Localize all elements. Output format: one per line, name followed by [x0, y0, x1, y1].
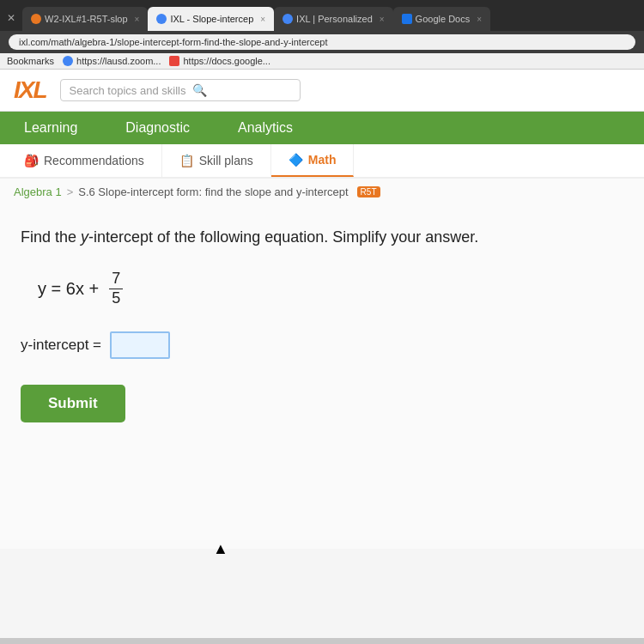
sub-nav: 🎒 Recommendations 📋 Skill plans 🔷 Math	[0, 144, 644, 179]
tab-1[interactable]: W2-IXL#1-R5T-slop ×	[22, 7, 148, 31]
subnav-math-label: Math	[308, 153, 337, 167]
tab-3[interactable]: IXL | Personalized ×	[274, 7, 393, 31]
cursor-arrow: ▲	[213, 540, 228, 558]
question-italic: y	[81, 228, 88, 246]
math-icon: 🔷	[289, 153, 303, 167]
url-input[interactable]: ixl.com/math/algebra-1/slope-intercept-f…	[9, 34, 635, 50]
question-prefix: Find the	[21, 228, 81, 246]
subnav-recommendations-label: Recommendations	[44, 154, 144, 167]
ixl-header: IXL Search topics and skills 🔍	[0, 70, 644, 112]
nav-analytics-label: Analytics	[238, 120, 293, 135]
answer-row: y-intercept =	[21, 331, 623, 359]
close-window-button[interactable]: ✕	[0, 9, 22, 27]
submit-button[interactable]: Submit	[21, 385, 125, 422]
answer-label: y-intercept =	[21, 337, 101, 354]
tab4-label: Google Docs	[416, 14, 471, 24]
url-text: ixl.com/math/algebra-1/slope-intercept-f…	[19, 37, 327, 47]
recommendations-icon: 🎒	[24, 154, 39, 167]
equation-lhs: y = 6x +	[38, 279, 99, 299]
breadcrumb-skill: S.6 Slope-intercept form: find the slope…	[78, 185, 348, 198]
tab4-close[interactable]: ×	[477, 15, 482, 24]
tab2-label: IXL - Slope-intercep	[170, 14, 253, 24]
tab1-icon	[31, 14, 41, 24]
tab4-icon	[402, 14, 412, 24]
bookmark2-label: https://docs.google...	[183, 56, 270, 66]
breadcrumb-separator: >	[67, 185, 74, 198]
bookmarks-bar: Bookmarks https://lausd.zoom... https://…	[0, 53, 644, 70]
bookmark-2[interactable]: https://docs.google...	[169, 56, 270, 66]
bookmark2-icon	[169, 56, 179, 66]
bookmark-1[interactable]: https://lausd.zoom...	[63, 56, 161, 66]
page-content: IXL Search topics and skills 🔍 Learning …	[0, 70, 644, 638]
fraction-numerator: 7	[109, 270, 123, 289]
answer-input[interactable]	[110, 331, 170, 359]
fraction: 7 5	[109, 270, 123, 307]
tab-bar: ✕ W2-IXL#1-R5T-slop × IXL - Slope-interc…	[0, 0, 644, 31]
ixl-logo: IXL	[14, 76, 46, 104]
tab1-close[interactable]: ×	[135, 15, 140, 24]
address-bar: ixl.com/math/algebra-1/slope-intercept-f…	[0, 31, 644, 53]
question-area: ▲ Find the y-intercept of the following …	[0, 205, 644, 549]
breadcrumb: Algebra 1 > S.6 Slope-intercept form: fi…	[0, 179, 644, 205]
tab3-label: IXL | Personalized	[296, 14, 373, 24]
tab1-label: W2-IXL#1-R5T-slop	[45, 14, 128, 24]
breadcrumb-badge: R5T	[357, 186, 380, 197]
breadcrumb-algebra1[interactable]: Algebra 1	[14, 185, 62, 198]
tab2-close[interactable]: ×	[260, 15, 265, 24]
bookmarks-label: Bookmarks	[7, 56, 54, 66]
nav-learning[interactable]: Learning	[0, 112, 101, 144]
equation-block: y = 6x + 7 5	[21, 270, 623, 307]
question-text: Find the y-intercept of the following eq…	[21, 226, 623, 249]
subnav-skillplans[interactable]: 📋 Skill plans	[162, 144, 271, 177]
nav-analytics[interactable]: Analytics	[214, 112, 317, 144]
fraction-denominator: 5	[109, 289, 123, 308]
nav-diagnostic-label: Diagnostic	[125, 120, 190, 135]
tab-4[interactable]: Google Docs ×	[393, 7, 490, 31]
nav-diagnostic[interactable]: Diagnostic	[101, 112, 214, 144]
question-suffix: -intercept of the following equation. Si…	[88, 228, 478, 246]
search-placeholder: Search topics and skills	[70, 84, 186, 97]
bookmark1-icon	[63, 56, 73, 66]
subnav-math[interactable]: 🔷 Math	[271, 144, 355, 177]
browser-chrome: ✕ W2-IXL#1-R5T-slop × IXL - Slope-interc…	[0, 0, 644, 70]
bookmark1-label: https://lausd.zoom...	[76, 56, 161, 66]
subnav-recommendations[interactable]: 🎒 Recommendations	[7, 144, 162, 177]
nav-bar: Learning Diagnostic Analytics	[0, 112, 644, 144]
tab3-icon	[283, 14, 293, 24]
skillplans-icon: 📋	[179, 154, 194, 167]
tab2-icon	[156, 14, 167, 24]
ixl-logo-text: IXL	[14, 76, 46, 103]
search-icon: 🔍	[192, 83, 207, 97]
nav-learning-label: Learning	[24, 120, 77, 135]
tab3-close[interactable]: ×	[380, 15, 385, 24]
subnav-skillplans-label: Skill plans	[199, 154, 253, 167]
search-box[interactable]: Search topics and skills 🔍	[60, 79, 301, 101]
tab-2[interactable]: IXL - Slope-intercep ×	[148, 7, 274, 31]
submit-label: Submit	[48, 395, 98, 411]
